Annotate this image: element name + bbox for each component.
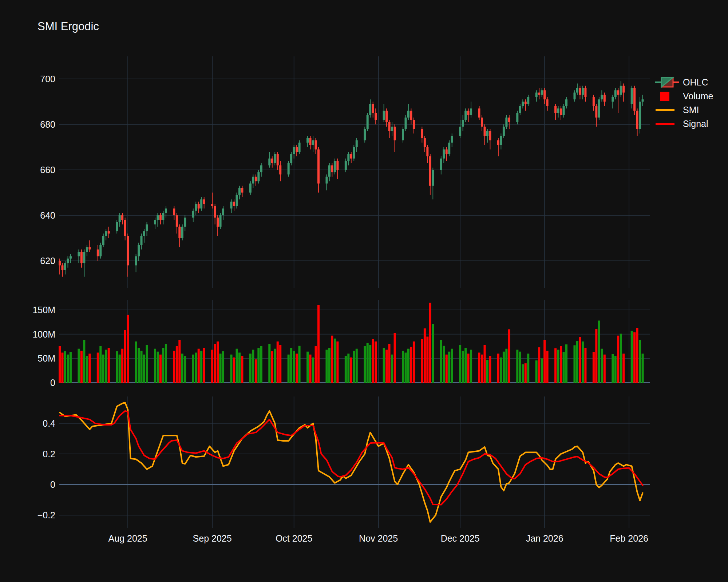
volume-bar [279,345,281,383]
volume-bar [141,351,143,383]
candle-body [67,259,69,263]
volume-bar [554,348,557,383]
candle-body [481,117,483,127]
x-tick-label: Nov 2025 [359,533,398,543]
volume-bar [451,349,453,383]
volume-bar [432,324,434,383]
candle-body [413,120,415,129]
chart-canvas[interactable]: 700680660640620150M100M50M00.40.20−0.2Au… [0,0,728,582]
legend-item-volume[interactable]: Volume [655,89,713,103]
candle-body [500,136,502,145]
candle-body [219,215,222,227]
volume-bar [127,315,129,383]
candle-body [375,113,377,120]
candle-body [620,86,622,95]
candle-body [203,199,205,204]
candle-body [252,177,254,184]
volume-bar [508,329,510,383]
signal-line-icon [655,123,681,125]
candle-body [325,177,328,184]
volume-bar [522,364,524,383]
volume-bar [159,355,162,383]
candle-body [198,204,200,209]
candle-body [336,161,339,170]
volume-bar [375,342,377,383]
volume-bar [138,348,140,383]
volume-bar [424,328,426,383]
legend: OHLC Volume SMI Signal [655,75,713,131]
volume-bar [88,354,91,383]
candle-body [279,166,281,175]
volume-bar [255,359,257,383]
volume-bar [214,344,216,383]
candle-body [260,166,262,172]
x-tick-label: Aug 2025 [108,533,147,543]
candle-body [636,111,638,129]
candle-body [519,106,521,113]
candle-body [143,231,145,236]
candle-body [334,161,336,172]
candle-body [391,127,393,131]
volume-bar [135,342,137,383]
candle-body [141,236,143,245]
volume-bar [391,355,393,383]
candle-body [238,188,241,195]
candle-body [440,159,442,170]
volume-bar [489,356,491,383]
volume-bar [293,351,295,383]
candle-body [121,215,123,220]
volume-bar [541,358,543,383]
volume-bar [173,351,175,383]
candle-body [617,90,619,95]
candle-body [61,266,63,270]
candle-body [467,111,470,116]
candle-body [80,252,83,263]
volume-bar [467,354,470,383]
volume-bar [598,320,600,383]
candle-body [345,161,347,170]
candle-body [135,256,137,266]
candle-body [538,93,540,95]
candle-body [59,261,61,266]
candle-body [268,159,270,166]
volume-bar [470,350,472,383]
legend-item-signal[interactable]: Signal [655,117,713,131]
candle-body [277,154,279,165]
candle-body [372,104,374,113]
volume-bar [102,355,104,383]
volume-bar [503,352,505,383]
candle-body [64,263,66,270]
x-tick-label: Jan 2026 [526,533,563,543]
candle-body [642,99,644,101]
legend-item-smi[interactable]: SMI [655,103,713,117]
candle-body [612,97,614,102]
volume-bar [350,358,352,383]
volume-bar [233,358,235,383]
volume-bar [612,354,614,383]
volume-bar [165,344,167,383]
candle-body [255,177,257,182]
candle-body [554,106,557,113]
candle-body [579,88,581,95]
price-tick-label: 680 [40,119,55,129]
volume-bar [195,352,197,383]
candle-body [195,204,197,211]
candle-body [293,147,295,154]
candle-body [102,236,104,245]
volume-bar [331,336,333,383]
candle-body [565,99,567,106]
legend-label-volume: Volume [683,91,713,101]
volume-bar [288,355,290,383]
candle-body [582,88,584,95]
candle-body [407,111,410,118]
volume-bar [146,345,148,383]
candle-body [162,213,164,220]
volume-bar [222,351,224,383]
price-tick-label: 660 [40,165,55,175]
candle-body [470,108,472,115]
legend-item-ohlc[interactable]: OHLC [655,75,713,89]
candle-body [217,218,219,227]
candle-body [508,117,510,122]
volume-bar [336,342,339,383]
volume-bar [157,352,159,383]
